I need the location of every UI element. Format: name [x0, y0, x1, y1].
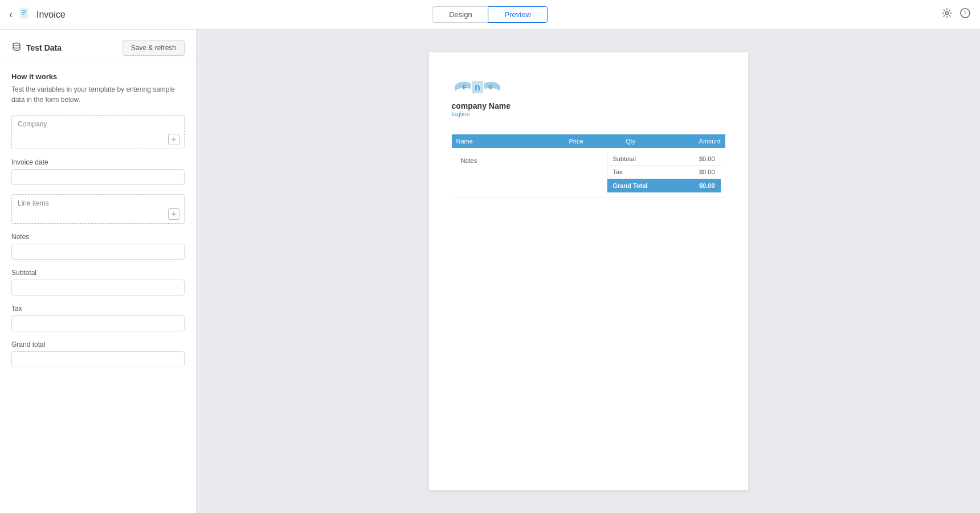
svg-text:E: E [462, 84, 466, 91]
left-panel: Test Data Save & refresh How it works Te… [0, 30, 197, 513]
invoice-date-input[interactable] [11, 169, 185, 185]
tab-group: Design Preview [432, 6, 548, 23]
company-field-section: Company ＋ [11, 115, 185, 149]
left-panel-header: Test Data Save & refresh [0, 30, 196, 63]
invoice-date-label: Invoice date [11, 158, 185, 166]
notes-section: Notes [11, 233, 185, 260]
col-amount: Amount [640, 134, 725, 148]
subtotal-row: Subtotal $0.00 [607, 153, 721, 166]
grand-total-section: Grand total [11, 340, 185, 367]
grand-total-row: Grand Total $0.00 [607, 179, 721, 192]
company-add-button[interactable]: ＋ [168, 134, 179, 145]
subtotal-label-invoice: Subtotal [613, 155, 636, 162]
invoice-logo-area: n E G company Name tagline [452, 75, 725, 117]
line-items-box: Line items ＋ [11, 194, 185, 224]
tab-design[interactable]: Design [432, 6, 488, 23]
subtotal-input[interactable] [11, 280, 185, 296]
col-price: Price [523, 134, 588, 148]
svg-point-7 [13, 43, 20, 46]
tax-input[interactable] [11, 315, 185, 331]
tax-section: Tax [11, 305, 185, 331]
notes-input[interactable] [11, 244, 185, 260]
svg-rect-0 [20, 8, 28, 18]
svg-text:n: n [475, 83, 480, 92]
top-nav: ‹ Invoice Design Preview ? [0, 0, 980, 30]
invoice-card: n E G company Name tagline Name Pr [429, 52, 748, 490]
grand-total-label: Grand total [11, 340, 185, 348]
page-icon [18, 7, 32, 22]
settings-icon[interactable] [941, 7, 953, 22]
line-items-section: Line items ＋ [11, 194, 185, 224]
table-row: Notes Subtotal $0.00 Tax $0.0 [452, 148, 725, 198]
subtotal-section: Subtotal [11, 269, 185, 296]
tab-preview[interactable]: Preview [488, 6, 548, 23]
company-name-text: company Name [452, 101, 511, 110]
test-data-title: Test Data [26, 43, 62, 52]
col-name: Name [452, 134, 523, 148]
tax-value: $0.00 [699, 169, 715, 175]
how-it-works-desc: Test the variables in your template by e… [11, 84, 185, 105]
company-label: Company [18, 120, 178, 128]
totals-col: Subtotal $0.00 Tax $0.00 Grand Total [607, 153, 721, 192]
tagline-text: tagline [452, 110, 470, 117]
tax-label: Tax [11, 305, 185, 313]
subtotal-value: $0.00 [699, 155, 715, 162]
database-icon [11, 42, 22, 54]
company-box: Company ＋ [11, 115, 185, 149]
svg-text:?: ? [964, 10, 967, 17]
preview-area: n E G company Name tagline Name Pr [197, 30, 980, 513]
svg-text:G: G [488, 84, 493, 91]
line-items-label: Line items [18, 199, 178, 207]
grand-total-label-invoice: Grand Total [613, 182, 648, 189]
invoice-table: Name Price Qty Amount Notes [452, 134, 725, 198]
line-items-add-button[interactable]: ＋ [168, 208, 179, 220]
back-button[interactable]: ‹ [9, 9, 13, 20]
grand-total-input[interactable] [11, 351, 185, 367]
grand-total-value: $0.00 [699, 182, 715, 189]
notes-cell: Notes [456, 153, 607, 192]
tax-label-invoice: Tax [613, 169, 623, 175]
subtotal-label: Subtotal [11, 269, 185, 277]
help-icon[interactable]: ? [959, 7, 971, 22]
svg-point-4 [946, 12, 949, 15]
invoice-table-body: Notes Subtotal $0.00 Tax $0.0 [452, 148, 725, 198]
how-it-works-title: How it works [11, 72, 185, 81]
notes-label: Notes [11, 233, 185, 241]
company-logo: n E G [452, 75, 503, 98]
invoice-table-header: Name Price Qty Amount [452, 134, 725, 148]
page-title: Invoice [36, 10, 66, 20]
test-data-title-row: Test Data [11, 42, 62, 54]
main-layout: Test Data Save & refresh How it works Te… [0, 30, 980, 513]
save-refresh-button[interactable]: Save & refresh [122, 40, 185, 56]
col-qty: Qty [588, 134, 640, 148]
tax-row: Tax $0.00 [607, 166, 721, 179]
nav-icons: ? [941, 7, 971, 22]
left-panel-body: How it works Test the variables in your … [0, 63, 196, 513]
invoice-date-section: Invoice date [11, 158, 185, 185]
